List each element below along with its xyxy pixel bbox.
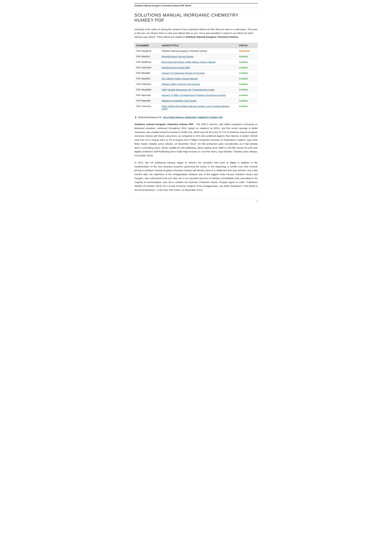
table-cell-status: Download — [237, 48, 258, 54]
table-row: PDF-abac1bdcAnswers To Wiley Comprehensi… — [134, 93, 258, 98]
table-cell-id: PDF-13ac421a — [134, 104, 160, 112]
table-cell-status: Available — [237, 76, 258, 82]
table-row: PDF-0dad3fc1Oki C3600n Printers Owners M… — [134, 76, 258, 82]
table-cell-id: PDF-abac1bdc — [134, 93, 160, 98]
table-cell-id: PDF-56ea988d — [134, 87, 160, 93]
table-cell-id: PDF-6b8c4f06 — [134, 98, 160, 104]
table-cell-status: Available — [237, 104, 258, 112]
table-title-link[interactable]: Briel Sintra Ed132abpg Coffee Makers Own… — [162, 61, 216, 63]
download-prefix: [Download] Backup File — [138, 116, 162, 119]
table-row: PDF-07b5a223Refinery Safety Overview Tes… — [134, 82, 258, 87]
ebook-table: ID NUMBER SUBJECT/TITLE STATUS PDF-94a46… — [134, 43, 258, 112]
table-cell-id: PDF-6b02bf8c — [134, 70, 160, 76]
col-header-status: STATUS — [237, 43, 258, 48]
table-cell-title[interactable]: Repairing Epson Stylus 9600 — [160, 65, 237, 70]
table-header-row: ID NUMBER SUBJECT/TITLE STATUS — [134, 43, 258, 48]
table-cell-status: Available — [237, 98, 258, 104]
intro-bold: Solutions Manual Inorganic Chemistry Huh… — [186, 35, 238, 38]
body-bold-start: Solutions manual inorganic chemistry huh… — [134, 123, 193, 125]
page-container: Solutions Manual Inorganic Chemistry Huh… — [128, 0, 264, 212]
table-cell-title[interactable]: Answers To Wiley Comprehensive Problems … — [160, 93, 237, 98]
body-paragraph-0: Solutions manual inorganic chemistry huh… — [134, 122, 258, 158]
table-cell-title[interactable]: Briel Sintra Ed132abpg Coffee Makers Own… — [160, 59, 237, 65]
table-cell-title[interactable]: 1999 Yamaha Waverunner Diy Troubleshooti… — [160, 87, 237, 93]
table-cell-id: PDF-2e6e20eb — [134, 65, 160, 70]
top-bar-label: Solutions Manual Inorganic Chemistry Huh… — [134, 4, 191, 7]
table-cell-status: Available — [237, 65, 258, 70]
download-link-row: ⬇ [Download] Backup File SOLUTIONS MANUA… — [134, 115, 258, 119]
table-cell-id: PDF-ebd55c0a — [134, 59, 160, 65]
table-cell-status: Available — [237, 59, 258, 65]
col-header-title: SUBJECT/TITLE — [160, 43, 237, 48]
intro-text-after: ; — [238, 35, 238, 38]
table-cell-status: Available — [237, 82, 258, 87]
footer-bar: 1 — [134, 198, 258, 203]
table-title-link[interactable]: Nintendo Repair Service Review — [162, 55, 194, 58]
download-icon: ⬇ — [134, 115, 137, 119]
body-paragraph-1: In 2012, the US publishing industry bega… — [134, 161, 258, 192]
table-cell-title[interactable]: Refinery Safety Overview Test Answers — [160, 82, 237, 87]
table-row: PDF-0dad3fc1Nintendo Repair Service Revi… — [134, 54, 258, 59]
table-row: PDF-ebd55c0aBriel Sintra Ed132abpg Coffe… — [134, 59, 258, 65]
table-title-link[interactable]: Oki C3600n Printers Owners Manual — [162, 77, 198, 80]
download-main-link[interactable]: SOLUTIONS MANUAL INORGANIC CHEMISTRY HUH… — [163, 116, 223, 119]
table-cell-title[interactable]: Alligators Investigative Task Answer — [160, 98, 237, 104]
table-cell-title[interactable]: When Nothing Else Matters Michael Jordan… — [160, 104, 237, 112]
table-cell-status: Available — [237, 54, 258, 59]
table-title-link[interactable]: Refinery Safety Overview Test Answers — [162, 83, 200, 85]
table-title-link[interactable]: Answers To Final Exam Review For Ecology — [162, 72, 205, 74]
table-title-link[interactable]: When Nothing Else Matters Michael Jordan… — [162, 105, 230, 110]
table-row: PDF-6b02bf8cAnswers To Final Exam Review… — [134, 70, 258, 76]
page-number: 1 — [256, 200, 258, 203]
page-title: SOLUTIONS MANUAL INORGANIC CHEMISTRY HUH… — [134, 13, 258, 23]
table-cell-id: PDF-0dad3fc1 — [134, 76, 160, 82]
table-cell-title[interactable]: Nintendo Repair Service Review — [160, 54, 237, 59]
table-cell-id: PDF-94a46e7b — [134, 48, 160, 54]
table-row: PDF-94a46e7bSolutions Manual Inorganic C… — [134, 48, 258, 54]
table-cell-status: Available — [237, 70, 258, 76]
table-cell-id: PDF-07b5a223 — [134, 82, 160, 87]
table-title-link[interactable]: Alligators Investigative Task Answer — [162, 99, 197, 102]
col-header-id: ID NUMBER — [134, 43, 160, 48]
table-row: PDF-13ac421aWhen Nothing Else Matters Mi… — [134, 104, 258, 112]
table-cell-title: Solutions Manual Inorganic Chemistry Huh… — [160, 48, 237, 54]
table-cell-status: Available — [237, 87, 258, 93]
table-row: PDF-2e6e20ebRepairing Epson Stylus 9600A… — [134, 65, 258, 70]
table-title-link[interactable]: Answers To Wiley Comprehensive Problems … — [162, 94, 226, 97]
table-title-link[interactable]: 1999 Yamaha Waverunner Diy Troubleshooti… — [162, 89, 214, 91]
table-title-link[interactable]: Repairing Epson Stylus 9600 — [162, 66, 190, 69]
intro-paragraph: A backup is the action of saving the con… — [134, 28, 258, 39]
table-cell-title[interactable]: Answers To Final Exam Review For Ecology — [160, 70, 237, 76]
table-row: PDF-56ea988d1999 Yamaha Waverunner Diy T… — [134, 87, 258, 93]
top-bar: Solutions Manual Inorganic Chemistry Huh… — [134, 3, 258, 8]
table-row: PDF-6b8c4f06Alligators Investigative Tas… — [134, 98, 258, 104]
table-cell-status: Available — [237, 93, 258, 98]
table-cell-id: PDF-0dad3fc1 — [134, 54, 160, 59]
table-cell-title[interactable]: Oki C3600n Printers Owners Manual — [160, 76, 237, 82]
body-paragraphs: Solutions manual inorganic chemistry huh… — [134, 122, 258, 192]
